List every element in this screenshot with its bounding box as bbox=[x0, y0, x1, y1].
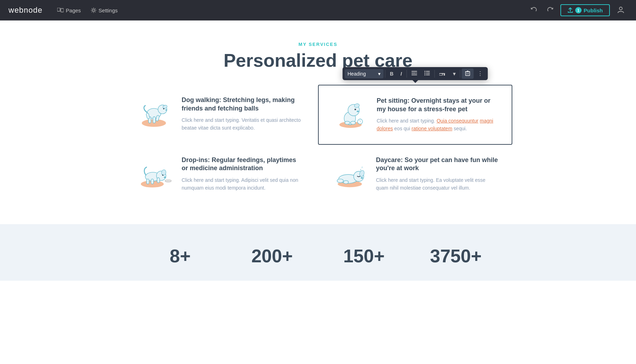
drop-ins-icon bbox=[138, 156, 173, 188]
svg-point-33 bbox=[357, 111, 359, 112]
desc-link3[interactable]: ratione voluptatem bbox=[412, 126, 452, 131]
daycare-icon: z z bbox=[332, 156, 367, 188]
service-daycare[interactable]: z z Daycare: So your pet can have fun wh… bbox=[318, 145, 512, 203]
toolbar-divider-1 bbox=[385, 70, 385, 78]
formatting-toolbar: Heading ▾ B I bbox=[342, 67, 488, 80]
undo-button[interactable] bbox=[528, 5, 540, 16]
topnav-nav: Pages Settings bbox=[54, 5, 517, 16]
user-button[interactable] bbox=[614, 4, 628, 17]
dog-walking-desc[interactable]: Click here and start typing. Veritatis e… bbox=[182, 116, 304, 132]
svg-point-42 bbox=[164, 177, 166, 178]
service-pet-sitting[interactable]: Heading ▾ B I bbox=[318, 85, 512, 145]
section-label: MY SERVICES bbox=[7, 42, 629, 47]
nav-settings-label: Settings bbox=[99, 7, 118, 13]
heading-select-arrow: ▾ bbox=[378, 71, 381, 77]
svg-point-35 bbox=[351, 121, 355, 124]
svg-rect-45 bbox=[147, 179, 149, 184]
nav-pages-label: Pages bbox=[66, 7, 81, 13]
stat-4: 3750+ bbox=[410, 245, 502, 267]
daycare-content: Daycare: So your pet can have fun while … bbox=[376, 156, 498, 192]
stat-3-number: 150+ bbox=[318, 245, 410, 267]
dog-walking-title[interactable]: Dog walking: Stretching legs, making fri… bbox=[182, 96, 304, 113]
list-icon bbox=[424, 71, 430, 76]
section-title[interactable]: Personalized pet care bbox=[7, 50, 629, 71]
desc-link1[interactable]: Quia consequuntur bbox=[437, 118, 478, 124]
stat-1: 8+ bbox=[134, 245, 226, 267]
delete-icon bbox=[465, 70, 470, 76]
svg-rect-1 bbox=[61, 8, 64, 12]
daycare-title[interactable]: Daycare: So your pet can have fun while … bbox=[376, 156, 498, 173]
toolbar-divider-4 bbox=[460, 70, 460, 78]
svg-point-9 bbox=[165, 109, 167, 111]
svg-point-56 bbox=[343, 180, 348, 184]
drop-ins-title[interactable]: Drop-ins: Regular feedings, playtimes or… bbox=[182, 156, 304, 173]
svg-point-36 bbox=[358, 119, 363, 124]
desc-middle: eos qui bbox=[393, 126, 412, 131]
list-button[interactable] bbox=[421, 69, 433, 78]
heading-select[interactable]: Heading ▾ bbox=[344, 69, 383, 78]
settings-icon bbox=[91, 7, 96, 13]
topnav-right: 1 Publish bbox=[528, 4, 628, 17]
services-grid: Dog walking: Stretching legs, making fri… bbox=[124, 85, 512, 203]
pet-sitting-title[interactable]: Pet sitting: Overnight stays at your or … bbox=[377, 97, 497, 113]
toolbar-wrapper: Heading ▾ B I bbox=[342, 67, 488, 80]
svg-rect-46 bbox=[151, 179, 153, 184]
svg-point-19 bbox=[424, 74, 425, 76]
user-icon bbox=[617, 6, 625, 13]
svg-text:z: z bbox=[360, 167, 361, 171]
svg-rect-11 bbox=[153, 117, 155, 123]
svg-point-44 bbox=[166, 179, 171, 181]
italic-button[interactable]: I bbox=[398, 69, 405, 78]
svg-rect-47 bbox=[157, 178, 160, 183]
toolbar-divider-2 bbox=[407, 70, 407, 78]
service-dog-walking[interactable]: Dog walking: Stretching legs, making fri… bbox=[124, 85, 318, 145]
svg-point-41 bbox=[162, 174, 164, 176]
desc-after: sequi. bbox=[452, 126, 467, 131]
svg-point-8 bbox=[163, 108, 165, 109]
redo-button[interactable] bbox=[544, 5, 556, 16]
align-button[interactable] bbox=[408, 69, 420, 79]
link-icon bbox=[440, 71, 446, 76]
nav-pages[interactable]: Pages bbox=[54, 5, 84, 16]
dog-walking-content: Dog walking: Stretching legs, making fri… bbox=[182, 96, 304, 132]
dog-walking-icon bbox=[138, 96, 173, 128]
logo: webnode bbox=[8, 6, 42, 15]
section-header: MY SERVICES Personalized pet care bbox=[7, 42, 629, 71]
svg-point-3 bbox=[619, 7, 622, 10]
publish-badge: 1 bbox=[575, 7, 582, 13]
stat-3: 150+ bbox=[318, 245, 410, 267]
svg-text:z: z bbox=[361, 166, 363, 169]
link-button[interactable] bbox=[436, 69, 449, 78]
stat-2-number: 200+ bbox=[226, 245, 318, 267]
svg-rect-23 bbox=[466, 72, 470, 76]
stats-section: 8+ 200+ 150+ 3750+ bbox=[0, 224, 636, 281]
service-drop-ins[interactable]: Drop-ins: Regular feedings, playtimes or… bbox=[124, 145, 318, 203]
drop-ins-content: Drop-ins: Regular feedings, playtimes or… bbox=[182, 156, 304, 192]
pet-sitting-desc[interactable]: Click here and start typing. Quia conseq… bbox=[377, 117, 497, 133]
align-icon bbox=[412, 71, 417, 76]
pages-icon bbox=[57, 8, 64, 13]
svg-point-17 bbox=[424, 71, 425, 72]
nav-settings[interactable]: Settings bbox=[87, 5, 121, 16]
stat-4-number: 3750+ bbox=[410, 245, 502, 267]
stat-1-number: 8+ bbox=[134, 245, 226, 267]
heading-select-label: Heading bbox=[347, 71, 366, 77]
bold-button[interactable]: B bbox=[387, 69, 396, 78]
topnav: webnode Pages Settings 1 Publish bbox=[0, 0, 636, 20]
pet-sitting-content: Pet sitting: Overnight stays at your or … bbox=[377, 97, 497, 133]
svg-point-32 bbox=[354, 109, 356, 111]
svg-point-55 bbox=[337, 179, 343, 183]
delete-button[interactable] bbox=[462, 68, 474, 79]
more-button[interactable]: ⋮ bbox=[475, 68, 486, 79]
svg-point-18 bbox=[424, 73, 425, 74]
publish-icon bbox=[567, 7, 573, 13]
svg-point-2 bbox=[93, 9, 95, 11]
pet-sitting-icon bbox=[333, 97, 368, 129]
publish-button[interactable]: 1 Publish bbox=[560, 4, 610, 16]
drop-ins-desc[interactable]: Click here and start typing. Adipisci ve… bbox=[182, 176, 304, 192]
daycare-desc[interactable]: Click here and start typing. Ea voluptat… bbox=[376, 176, 498, 192]
desc-before: Click here and start typing. bbox=[377, 118, 437, 124]
publish-label: Publish bbox=[584, 7, 603, 13]
svg-point-34 bbox=[345, 121, 350, 124]
link-dropdown-button[interactable]: ▾ bbox=[450, 69, 459, 78]
